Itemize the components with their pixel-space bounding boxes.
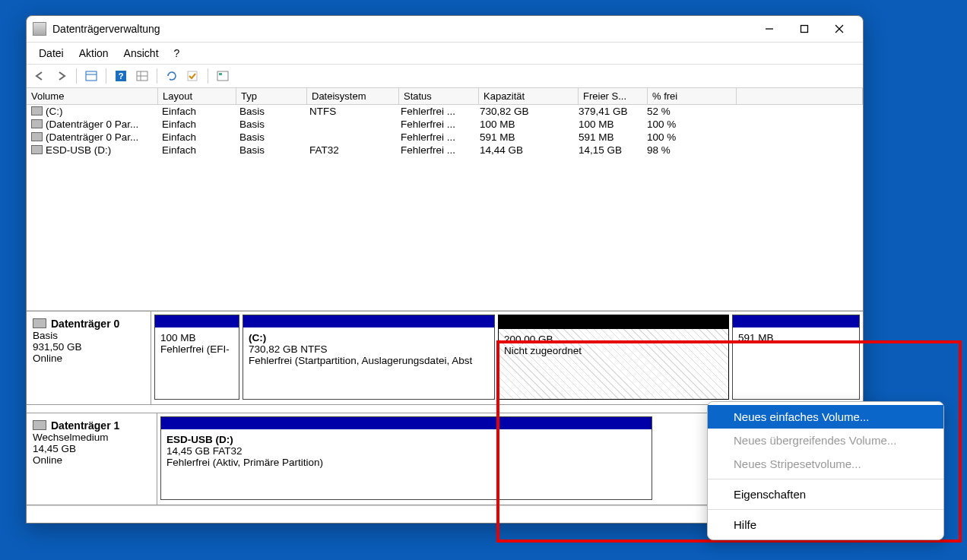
cell-cap: 100 MB <box>475 118 574 131</box>
partition-unallocated[interactable]: 200,00 GBNicht zugeordnet <box>498 315 729 400</box>
cell-typ: Basis <box>235 118 305 131</box>
cell-status: Fehlerfrei ... <box>396 131 475 144</box>
toolbar-help-button[interactable]: ? <box>112 67 130 85</box>
menu-help[interactable]: ? <box>166 46 188 61</box>
volume-row[interactable]: (Datenträger 0 Par...EinfachBasisFehlerf… <box>27 131 863 144</box>
cell-free: 14,15 GB <box>574 144 642 157</box>
cell-fs: FAT32 <box>305 144 396 157</box>
cell-typ: Basis <box>235 144 305 157</box>
context-menu-item[interactable]: Eigenschaften <box>708 482 943 506</box>
partition[interactable]: 100 MBFehlerfrei (EFI- <box>154 315 239 400</box>
toolbar-grid-button[interactable] <box>133 67 151 85</box>
cell-typ: Basis <box>235 105 305 118</box>
disk-icon <box>33 420 46 430</box>
disk-size: 14,45 GB <box>33 443 151 454</box>
partition[interactable]: (C:)730,82 GB NTFSFehlerfrei (Startparti… <box>243 315 495 400</box>
cell-volume: (C:) <box>27 105 157 118</box>
toolbar-check-button[interactable] <box>184 67 202 85</box>
partition-bar <box>499 315 728 329</box>
disk-type: Wechselmedium <box>33 432 151 443</box>
partition-bar <box>243 315 494 327</box>
disk-parts: 100 MBFehlerfrei (EFI-(C:)730,82 GB NTFS… <box>151 312 863 404</box>
props-icon <box>217 71 229 81</box>
refresh-icon <box>166 71 178 81</box>
cell-fs <box>305 131 396 144</box>
cell-pct: 52 % <box>642 105 731 118</box>
col-dateisystem[interactable]: Dateisystem <box>307 88 399 104</box>
svg-rect-4 <box>86 71 97 81</box>
svg-rect-1 <box>801 26 808 33</box>
partition-title: (C:) <box>249 332 489 343</box>
cell-pct: 100 % <box>642 131 731 144</box>
partition[interactable]: 591 MB <box>732 315 860 400</box>
disk-size: 931,50 GB <box>33 341 144 353</box>
context-menu-item[interactable]: Hilfe <box>708 513 943 536</box>
partition-line: Fehlerfrei (EFI- <box>160 343 233 355</box>
partition-line: 200,00 GB <box>504 334 723 345</box>
col-typ[interactable]: Typ <box>236 88 307 104</box>
context-menu-item: Neues übergreifendes Volume... <box>708 429 943 452</box>
volume-row[interactable]: (Datenträger 0 Par...EinfachBasisFehlerf… <box>27 118 863 131</box>
cell-pct: 98 % <box>642 144 731 157</box>
list-icon <box>85 71 97 81</box>
menu-aktion[interactable]: Aktion <box>71 46 116 61</box>
disk-name: Datenträger 0 <box>51 318 119 330</box>
cell-free: 379,41 GB <box>574 105 642 118</box>
back-button[interactable] <box>31 67 49 85</box>
toolbar-list-button[interactable] <box>82 67 100 85</box>
menu-datei[interactable]: Datei <box>31 46 71 61</box>
cell-status: Fehlerfrei ... <box>396 118 475 131</box>
partition-title: ESD-USB (D:) <box>166 434 646 445</box>
partition-line: 730,82 GB NTFS <box>249 343 489 355</box>
minimize-button[interactable] <box>752 17 787 40</box>
partition-line: 591 MB <box>738 332 854 343</box>
cell-volume: (Datenträger 0 Par... <box>27 118 157 131</box>
cell-free: 591 MB <box>574 131 642 144</box>
disk-state: Online <box>33 454 151 466</box>
col-spacer <box>737 88 863 104</box>
col-pct-frei[interactable]: % frei <box>648 88 737 104</box>
disk-info: Datenträger 1Wechselmedium14,45 GBOnline <box>27 413 157 505</box>
col-status[interactable]: Status <box>399 88 479 104</box>
cell-cap: 591 MB <box>475 131 574 144</box>
cell-fs: NTFS <box>305 105 396 118</box>
close-icon <box>835 24 844 33</box>
cell-cap: 14,44 GB <box>475 144 574 157</box>
disk-info: Datenträger 0Basis931,50 GBOnline <box>27 312 151 404</box>
svg-rect-12 <box>217 71 228 81</box>
context-menu: Neues einfaches Volume...Neues übergreif… <box>707 401 944 540</box>
col-layout[interactable]: Layout <box>158 88 236 104</box>
col-kapazitat[interactable]: Kapazität <box>479 88 579 104</box>
cell-layout: Einfach <box>157 118 235 131</box>
arrow-right-icon <box>55 71 68 81</box>
col-volume[interactable]: Volume <box>27 88 158 104</box>
volume-row[interactable]: (C:)EinfachBasisNTFSFehlerfrei ...730,82… <box>27 105 863 118</box>
close-button[interactable] <box>822 17 857 40</box>
volume-list: Volume Layout Typ Dateisystem Status Kap… <box>27 88 863 311</box>
col-freier[interactable]: Freier S... <box>579 88 648 104</box>
forward-button[interactable] <box>52 67 71 85</box>
drive-icon <box>31 119 43 128</box>
cell-layout: Einfach <box>157 131 235 144</box>
separator <box>106 68 106 84</box>
partition-line: Fehlerfrei (Startpartition, Auslagerungs… <box>249 355 489 366</box>
menubar: Datei Aktion Ansicht ? <box>27 43 863 65</box>
partition[interactable]: ESD-USB (D:)14,45 GB FAT32Fehlerfrei (Ak… <box>160 416 652 500</box>
svg-text:?: ? <box>119 71 124 81</box>
partition-bar <box>733 315 859 327</box>
svg-rect-11 <box>188 71 197 81</box>
context-menu-item[interactable]: Neues einfaches Volume... <box>708 405 943 429</box>
toolbar-props-button[interactable] <box>214 67 232 85</box>
toolbar-refresh-button[interactable] <box>163 67 181 85</box>
window-title: Datenträgerverwaltung <box>52 23 752 35</box>
menu-ansicht[interactable]: Ansicht <box>116 46 166 61</box>
volume-row[interactable]: ESD-USB (D:)EinfachBasisFAT32Fehlerfrei … <box>27 144 863 157</box>
disk-pane: Datenträger 0Basis931,50 GBOnline100 MBF… <box>27 311 863 405</box>
svg-rect-13 <box>219 73 222 75</box>
help-icon: ? <box>115 70 127 82</box>
menu-separator <box>708 479 943 479</box>
cell-layout: Einfach <box>157 144 235 157</box>
maximize-button[interactable] <box>787 17 822 40</box>
arrow-left-icon <box>34 71 46 81</box>
cell-status: Fehlerfrei ... <box>396 105 475 118</box>
